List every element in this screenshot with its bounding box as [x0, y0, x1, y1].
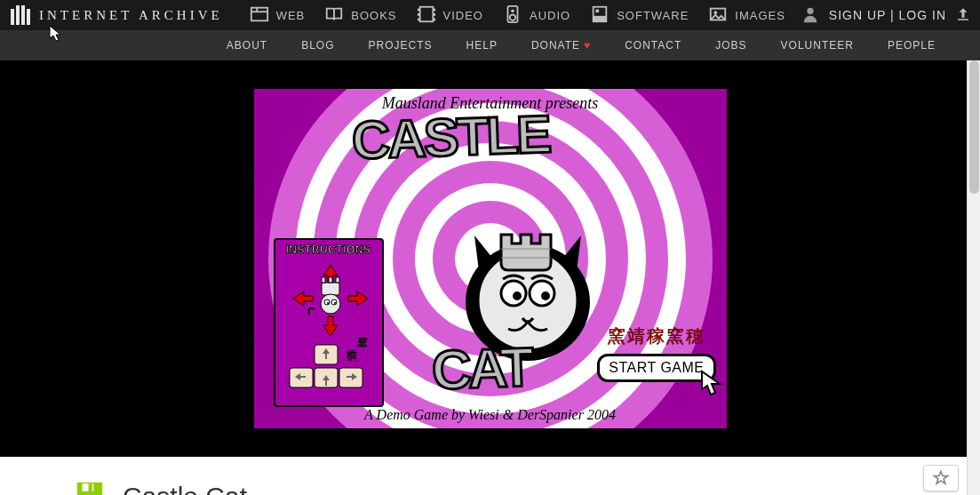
heart-icon: ♥: [584, 39, 591, 52]
instructions-panel: INSTRUCTIONS: [274, 238, 384, 407]
nav-software-label: SOFTWARE: [617, 9, 689, 22]
svg-point-27: [541, 291, 550, 300]
subnav-projects[interactable]: PROJECTS: [369, 39, 433, 52]
nav-images[interactable]: IMAGES: [708, 4, 785, 27]
svg-rect-9: [433, 18, 435, 20]
cjk-instr-1: 窯窓空: [357, 336, 368, 347]
top-nav: INTERNET ARCHIVE WEB BOOKS VIDEO AUDIO: [0, 0, 980, 30]
scrollbar[interactable]: [967, 60, 980, 495]
game-title-screen[interactable]: Mausland Entertainment presents: [253, 88, 728, 429]
user-icon[interactable]: [801, 4, 820, 27]
svg-point-26: [513, 291, 522, 300]
auth-links: SIGN UP | LOG IN: [829, 8, 946, 22]
web-icon: [250, 4, 269, 27]
svg-rect-15: [594, 15, 607, 20]
nav-web[interactable]: WEB: [250, 4, 306, 27]
audio-icon: [503, 4, 522, 27]
svg-point-33: [324, 299, 330, 305]
login-link[interactable]: LOG IN: [899, 8, 946, 22]
star-icon: [932, 469, 950, 487]
svg-point-35: [327, 302, 329, 304]
nav-video-label: VIDEO: [443, 9, 483, 22]
signup-link[interactable]: SIGN UP: [829, 8, 886, 22]
svg-rect-43: [89, 483, 92, 491]
nav-video[interactable]: VIDEO: [417, 4, 483, 27]
brand-text: INTERNET ARCHIVE: [39, 8, 223, 23]
svg-point-17: [714, 11, 718, 14]
svg-rect-31: [336, 277, 339, 283]
scrollbar-thumb[interactable]: [969, 60, 979, 194]
page-header: Castle Cat: [0, 457, 980, 495]
svg-rect-19: [958, 19, 968, 20]
credit-text: A Demo Game by Wiesi & DerSpanier 2004: [254, 407, 727, 423]
subnav-jobs[interactable]: JOBS: [715, 39, 746, 52]
subnav-about[interactable]: ABOUT: [227, 39, 267, 52]
nav-images-label: IMAGES: [735, 9, 785, 22]
subnav-help[interactable]: HELP: [466, 39, 498, 52]
cjk-instr-2: 窮種: [347, 349, 357, 362]
svg-rect-5: [417, 13, 419, 16]
books-icon: [324, 4, 344, 27]
svg-rect-6: [417, 18, 419, 20]
svg-rect-28: [322, 283, 339, 295]
svg-rect-8: [433, 13, 435, 16]
subnav-contact[interactable]: CONTACT: [625, 39, 681, 52]
svg-point-36: [334, 302, 336, 304]
emulator-stage-wrap: Mausland Entertainment presents: [0, 60, 980, 457]
floppy-disk-icon: [75, 480, 105, 495]
svg-rect-4: [417, 8, 419, 11]
brand[interactable]: INTERNET ARCHIVE: [0, 4, 232, 27]
software-icon: [590, 4, 610, 27]
nav-books[interactable]: BOOKS: [324, 4, 396, 27]
subnav-people[interactable]: PEOPLE: [888, 39, 936, 52]
cjk-start-text: 窯靖稼窯穂: [597, 324, 715, 348]
svg-point-34: [331, 299, 337, 305]
svg-rect-14: [596, 9, 600, 12]
page-title: Castle Cat: [123, 482, 247, 495]
video-icon: [417, 4, 436, 27]
pointer-cursor-icon: [697, 368, 727, 398]
favorite-button[interactable]: [923, 465, 959, 491]
auth-area: SIGN UP | LOG IN: [801, 4, 980, 27]
subnav-blog[interactable]: BLOG: [301, 39, 334, 52]
svg-rect-0: [251, 7, 267, 20]
svg-point-18: [807, 7, 813, 13]
title-line2: CAT: [430, 335, 530, 402]
svg-rect-30: [329, 277, 332, 283]
archive-logo-icon: [9, 4, 32, 27]
subnav-donate[interactable]: DONATE♥: [531, 39, 591, 52]
svg-rect-3: [419, 6, 433, 21]
media-links: WEB BOOKS VIDEO AUDIO SOFTWARE: [250, 4, 785, 27]
sub-nav: ABOUT BLOG PROJECTS HELP DONATE♥ CONTACT…: [0, 30, 980, 60]
nav-audio-label: AUDIO: [530, 9, 570, 22]
svg-point-12: [510, 14, 515, 20]
svg-rect-29: [322, 277, 325, 283]
images-icon: [708, 4, 728, 27]
auth-sep: |: [886, 8, 898, 22]
nav-books-label: BOOKS: [351, 9, 396, 22]
subnav-donate-label: DONATE: [531, 39, 580, 52]
instructions-label: INSTRUCTIONS: [275, 244, 382, 256]
svg-rect-7: [433, 8, 435, 11]
subnav-volunteer[interactable]: VOLUNTEER: [781, 39, 854, 52]
title-line1: CASTLE: [350, 103, 549, 172]
svg-point-11: [511, 9, 514, 12]
nav-audio[interactable]: AUDIO: [503, 4, 570, 27]
upload-icon[interactable]: [955, 6, 971, 25]
nav-software[interactable]: SOFTWARE: [590, 4, 689, 27]
start-game-area: 窯靖稼窯穂 START GAME: [597, 324, 715, 382]
svg-point-32: [321, 294, 340, 314]
nav-web-label: WEB: [276, 9, 306, 22]
